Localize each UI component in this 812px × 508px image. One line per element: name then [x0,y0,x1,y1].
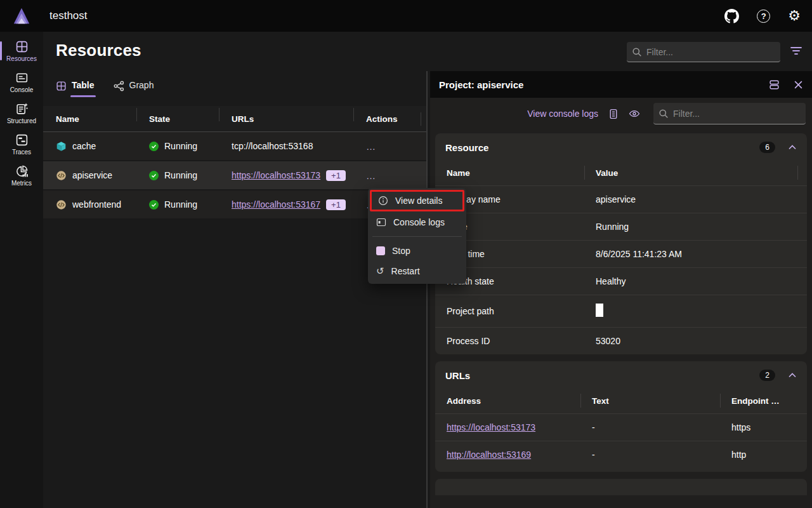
sidebar-item-label: Metrics [11,180,32,187]
resources-table-header: Name State URLs Actions [43,106,426,132]
url-link[interactable]: https://localhost:53167 [232,199,320,210]
table-grid-icon [56,81,67,91]
section-title: Resource [445,142,759,153]
kv-row: Process ID 53020 [435,327,807,354]
stop-icon [376,246,385,255]
row-actions-button[interactable]: … [366,170,376,181]
console-logs-icon [376,218,386,227]
column-header-actions: Actions [353,114,421,124]
help-icon[interactable]: ? [757,10,770,23]
menu-item-restart[interactable]: ↺ Restart [370,261,464,281]
view-tabs: Table Graph [43,71,426,100]
table-row-cache[interactable]: cache Running tcp://localhost:53168 … [43,132,426,161]
kv-column-value: Value [584,160,807,185]
section-count-badge: 2 [759,370,775,381]
column-header-state: State [136,114,219,124]
url-column-endpoint: Endpoint … [720,388,807,413]
sidebar: Resources Console Structured Traces [0,32,43,508]
app-title: testhost [49,10,88,22]
url-count-badge[interactable]: +1 [326,199,346,210]
resources-grid-icon [15,40,29,53]
app-logo-icon [0,6,43,25]
kv-row: Health state Healthy [435,267,807,295]
settings-gear-icon[interactable]: ⚙ [788,9,801,23]
sidebar-item-console[interactable]: Console [0,67,43,98]
section-count-badge: 6 [759,142,775,153]
search-icon [632,47,642,57]
sidebar-item-label: Traces [12,149,31,156]
sidebar-item-label: Console [10,86,34,93]
state-label: Running [164,199,197,210]
url-link[interactable]: https://localhost:53173 [232,170,320,180]
address-link[interactable]: http://localhost:53169 [447,450,531,460]
property-value: 53020 [584,336,807,346]
menu-item-stop[interactable]: Stop [370,241,464,261]
menu-item-console-logs[interactable]: Console logs [370,212,464,232]
tab-graph[interactable]: Graph [114,80,154,91]
url-column-text: Text [580,388,720,413]
next-section-card [435,479,807,495]
topbar: testhost ? ⚙ [0,0,812,32]
running-check-icon [149,171,159,180]
column-header-urls: URLs [219,114,353,124]
running-check-icon [149,142,159,151]
resource-name: webfrontend [72,199,121,210]
container-icon [56,141,67,152]
resources-filter [627,42,780,62]
metrics-icon [15,164,29,178]
address-link[interactable]: https://localhost:53173 [447,422,535,432]
url-text: tcp://localhost:53168 [232,141,313,151]
state-label: Running [164,141,197,151]
url-text-value: - [580,450,720,460]
console-icon [15,71,29,84]
kv-row: State Running [435,213,807,240]
details-filter-input[interactable] [669,109,801,119]
details-panel-header: Project: apiservice [430,71,812,98]
view-console-logs-link[interactable]: View console logs [527,109,598,119]
sidebar-item-traces[interactable]: Traces [0,129,43,160]
collapse-chevron-icon[interactable] [788,372,797,378]
resources-filter-input[interactable] [642,47,775,57]
sidebar-item-metrics[interactable]: Metrics [0,160,43,191]
property-value: Healthy [584,276,807,286]
eye-icon[interactable] [629,109,640,118]
masked-value [596,304,603,317]
main-toolbar: Resources [43,32,812,71]
page-title: Resources [56,41,141,60]
endpoint-name: https [720,422,807,432]
info-icon [378,196,388,206]
menu-divider [372,236,462,237]
resource-name: cache [72,141,96,151]
resources-view: Table Graph Name State URLs Actions [43,71,426,508]
annotation-highlight: View details [370,190,464,211]
collapse-chevron-icon[interactable] [788,144,797,150]
tab-table[interactable]: Table [56,80,95,91]
running-check-icon [149,200,159,210]
table-row-apiservice[interactable]: apiservice Running https://localhost:531… [43,161,426,190]
details-filter [653,103,806,124]
urls-table-header: Address Text Endpoint … [435,388,807,413]
restart-icon: ↺ [376,267,384,276]
close-icon[interactable] [794,80,803,90]
sidebar-item-label: Structured [7,117,36,124]
resource-name: apiservice [72,170,112,180]
split-panel-icon[interactable] [769,79,780,90]
url-count-badge[interactable]: +1 [326,170,346,181]
menu-item-view-details[interactable]: View details [372,192,462,210]
structured-logs-icon [15,102,29,116]
sidebar-item-resources[interactable]: Resources [0,36,43,67]
raw-text-icon[interactable] [609,109,618,119]
sidebar-item-structured[interactable]: Structured [0,98,43,129]
url-row: https://localhost:53173 - https [435,413,807,441]
graph-icon [114,81,124,91]
search-icon [658,109,669,119]
github-icon[interactable] [724,9,739,23]
kv-column-name: Name [435,160,584,185]
sidebar-item-label: Resources [6,55,37,62]
section-title: URLs [445,370,759,381]
filter-icon[interactable] [790,46,802,55]
details-title: Project: apiservice [439,79,523,90]
row-actions-button[interactable]: … [366,141,376,152]
traces-icon [15,133,29,147]
project-icon [56,199,67,210]
